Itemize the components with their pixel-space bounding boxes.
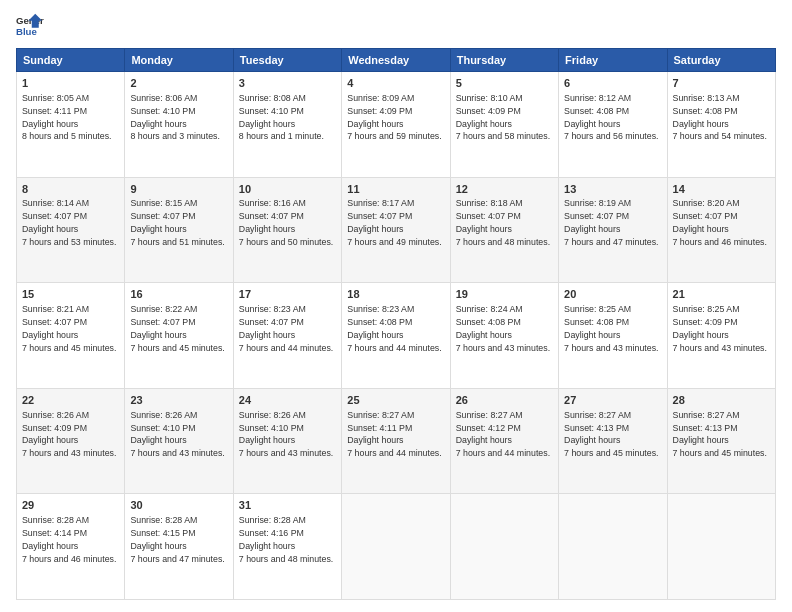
- day-info: Sunrise: 8:27 AMSunset: 4:11 PMDaylight …: [347, 410, 441, 459]
- day-info: Sunrise: 8:28 AMSunset: 4:14 PMDaylight …: [22, 515, 116, 564]
- day-info: Sunrise: 8:08 AMSunset: 4:10 PMDaylight …: [239, 93, 324, 142]
- day-info: Sunrise: 8:25 AMSunset: 4:08 PMDaylight …: [564, 304, 658, 353]
- day-number: 14: [673, 182, 770, 197]
- day-info: Sunrise: 8:25 AMSunset: 4:09 PMDaylight …: [673, 304, 767, 353]
- page: General Blue SundayMondayTuesdayWednesda…: [0, 0, 792, 612]
- calendar-cell: 22 Sunrise: 8:26 AMSunset: 4:09 PMDaylig…: [17, 388, 125, 494]
- day-info: Sunrise: 8:14 AMSunset: 4:07 PMDaylight …: [22, 198, 116, 247]
- weekday-header-sunday: Sunday: [17, 49, 125, 72]
- calendar-cell: 30 Sunrise: 8:28 AMSunset: 4:15 PMDaylig…: [125, 494, 233, 600]
- day-number: 10: [239, 182, 336, 197]
- day-info: Sunrise: 8:26 AMSunset: 4:10 PMDaylight …: [239, 410, 333, 459]
- calendar-cell: 29 Sunrise: 8:28 AMSunset: 4:14 PMDaylig…: [17, 494, 125, 600]
- day-number: 9: [130, 182, 227, 197]
- day-number: 4: [347, 76, 444, 91]
- day-info: Sunrise: 8:18 AMSunset: 4:07 PMDaylight …: [456, 198, 550, 247]
- weekday-header-tuesday: Tuesday: [233, 49, 341, 72]
- day-number: 24: [239, 393, 336, 408]
- day-number: 6: [564, 76, 661, 91]
- day-number: 16: [130, 287, 227, 302]
- day-number: 13: [564, 182, 661, 197]
- calendar-week-5: 29 Sunrise: 8:28 AMSunset: 4:14 PMDaylig…: [17, 494, 776, 600]
- calendar-cell: 25 Sunrise: 8:27 AMSunset: 4:11 PMDaylig…: [342, 388, 450, 494]
- calendar-cell: 26 Sunrise: 8:27 AMSunset: 4:12 PMDaylig…: [450, 388, 558, 494]
- calendar-cell: 13 Sunrise: 8:19 AMSunset: 4:07 PMDaylig…: [559, 177, 667, 283]
- calendar-week-3: 15 Sunrise: 8:21 AMSunset: 4:07 PMDaylig…: [17, 283, 776, 389]
- day-number: 23: [130, 393, 227, 408]
- calendar-cell: [342, 494, 450, 600]
- day-info: Sunrise: 8:13 AMSunset: 4:08 PMDaylight …: [673, 93, 767, 142]
- calendar-cell: 8 Sunrise: 8:14 AMSunset: 4:07 PMDayligh…: [17, 177, 125, 283]
- day-number: 28: [673, 393, 770, 408]
- calendar-cell: 10 Sunrise: 8:16 AMSunset: 4:07 PMDaylig…: [233, 177, 341, 283]
- day-info: Sunrise: 8:27 AMSunset: 4:13 PMDaylight …: [673, 410, 767, 459]
- day-info: Sunrise: 8:19 AMSunset: 4:07 PMDaylight …: [564, 198, 658, 247]
- day-info: Sunrise: 8:17 AMSunset: 4:07 PMDaylight …: [347, 198, 441, 247]
- day-number: 31: [239, 498, 336, 513]
- day-number: 25: [347, 393, 444, 408]
- calendar-cell: 20 Sunrise: 8:25 AMSunset: 4:08 PMDaylig…: [559, 283, 667, 389]
- day-info: Sunrise: 8:06 AMSunset: 4:10 PMDaylight …: [130, 93, 220, 142]
- day-number: 2: [130, 76, 227, 91]
- day-number: 19: [456, 287, 553, 302]
- calendar-cell: 28 Sunrise: 8:27 AMSunset: 4:13 PMDaylig…: [667, 388, 775, 494]
- calendar-cell: 24 Sunrise: 8:26 AMSunset: 4:10 PMDaylig…: [233, 388, 341, 494]
- day-number: 18: [347, 287, 444, 302]
- day-number: 20: [564, 287, 661, 302]
- day-info: Sunrise: 8:22 AMSunset: 4:07 PMDaylight …: [130, 304, 224, 353]
- day-number: 22: [22, 393, 119, 408]
- day-info: Sunrise: 8:27 AMSunset: 4:13 PMDaylight …: [564, 410, 658, 459]
- day-number: 15: [22, 287, 119, 302]
- calendar-week-4: 22 Sunrise: 8:26 AMSunset: 4:09 PMDaylig…: [17, 388, 776, 494]
- calendar-cell: 5 Sunrise: 8:10 AMSunset: 4:09 PMDayligh…: [450, 72, 558, 178]
- day-info: Sunrise: 8:26 AMSunset: 4:10 PMDaylight …: [130, 410, 224, 459]
- calendar-cell: 27 Sunrise: 8:27 AMSunset: 4:13 PMDaylig…: [559, 388, 667, 494]
- day-info: Sunrise: 8:21 AMSunset: 4:07 PMDaylight …: [22, 304, 116, 353]
- day-info: Sunrise: 8:28 AMSunset: 4:16 PMDaylight …: [239, 515, 333, 564]
- day-number: 27: [564, 393, 661, 408]
- calendar-table: SundayMondayTuesdayWednesdayThursdayFrid…: [16, 48, 776, 600]
- day-number: 21: [673, 287, 770, 302]
- day-number: 7: [673, 76, 770, 91]
- day-info: Sunrise: 8:24 AMSunset: 4:08 PMDaylight …: [456, 304, 550, 353]
- calendar-cell: 6 Sunrise: 8:12 AMSunset: 4:08 PMDayligh…: [559, 72, 667, 178]
- day-number: 3: [239, 76, 336, 91]
- day-number: 8: [22, 182, 119, 197]
- calendar-cell: 18 Sunrise: 8:23 AMSunset: 4:08 PMDaylig…: [342, 283, 450, 389]
- calendar-cell: 11 Sunrise: 8:17 AMSunset: 4:07 PMDaylig…: [342, 177, 450, 283]
- day-number: 17: [239, 287, 336, 302]
- calendar-cell: 2 Sunrise: 8:06 AMSunset: 4:10 PMDayligh…: [125, 72, 233, 178]
- calendar-cell: 16 Sunrise: 8:22 AMSunset: 4:07 PMDaylig…: [125, 283, 233, 389]
- calendar-cell: 15 Sunrise: 8:21 AMSunset: 4:07 PMDaylig…: [17, 283, 125, 389]
- calendar-week-1: 1 Sunrise: 8:05 AMSunset: 4:11 PMDayligh…: [17, 72, 776, 178]
- calendar-cell: 17 Sunrise: 8:23 AMSunset: 4:07 PMDaylig…: [233, 283, 341, 389]
- day-info: Sunrise: 8:15 AMSunset: 4:07 PMDaylight …: [130, 198, 224, 247]
- day-info: Sunrise: 8:12 AMSunset: 4:08 PMDaylight …: [564, 93, 658, 142]
- day-info: Sunrise: 8:28 AMSunset: 4:15 PMDaylight …: [130, 515, 224, 564]
- weekday-header-monday: Monday: [125, 49, 233, 72]
- weekday-header-thursday: Thursday: [450, 49, 558, 72]
- day-number: 12: [456, 182, 553, 197]
- calendar-cell: 3 Sunrise: 8:08 AMSunset: 4:10 PMDayligh…: [233, 72, 341, 178]
- day-number: 29: [22, 498, 119, 513]
- calendar-week-2: 8 Sunrise: 8:14 AMSunset: 4:07 PMDayligh…: [17, 177, 776, 283]
- calendar-cell: 7 Sunrise: 8:13 AMSunset: 4:08 PMDayligh…: [667, 72, 775, 178]
- day-number: 5: [456, 76, 553, 91]
- day-number: 1: [22, 76, 119, 91]
- weekday-header-saturday: Saturday: [667, 49, 775, 72]
- day-info: Sunrise: 8:26 AMSunset: 4:09 PMDaylight …: [22, 410, 116, 459]
- calendar-cell: [450, 494, 558, 600]
- calendar-cell: [667, 494, 775, 600]
- calendar-cell: 19 Sunrise: 8:24 AMSunset: 4:08 PMDaylig…: [450, 283, 558, 389]
- day-info: Sunrise: 8:05 AMSunset: 4:11 PMDaylight …: [22, 93, 112, 142]
- day-info: Sunrise: 8:27 AMSunset: 4:12 PMDaylight …: [456, 410, 550, 459]
- day-number: 26: [456, 393, 553, 408]
- day-info: Sunrise: 8:09 AMSunset: 4:09 PMDaylight …: [347, 93, 441, 142]
- day-info: Sunrise: 8:16 AMSunset: 4:07 PMDaylight …: [239, 198, 333, 247]
- header: General Blue: [16, 12, 776, 40]
- calendar-cell: [559, 494, 667, 600]
- day-info: Sunrise: 8:20 AMSunset: 4:07 PMDaylight …: [673, 198, 767, 247]
- day-info: Sunrise: 8:23 AMSunset: 4:08 PMDaylight …: [347, 304, 441, 353]
- day-info: Sunrise: 8:10 AMSunset: 4:09 PMDaylight …: [456, 93, 550, 142]
- day-info: Sunrise: 8:23 AMSunset: 4:07 PMDaylight …: [239, 304, 333, 353]
